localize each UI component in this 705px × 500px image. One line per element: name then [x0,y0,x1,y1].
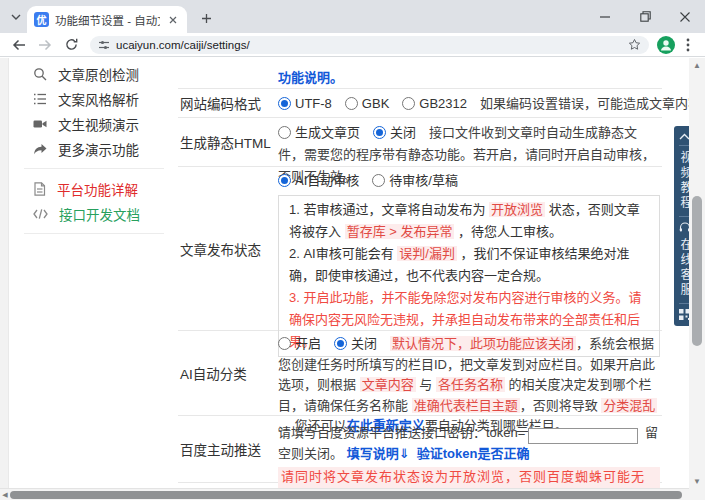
settings-row-baidu-push: 百度主动推送 请填写百度资源平台推送接口密钥：token= 留空则关闭。 填写说… [178,416,662,483]
encoding-note: 如果编码设置错误，可能造成文章内容 [480,93,701,114]
radio-gbk[interactable] [345,97,358,110]
back-button[interactable] [8,35,30,55]
publish-radio-group: AI自动审核待审核/草稿 [278,170,660,191]
refresh-icon [65,38,78,51]
minimize-icon [600,16,610,18]
refresh-button[interactable] [60,35,82,55]
classify-highlight: 默认情况下，此项功能应该关闭 [390,336,576,351]
notice-text: ，待您人工审核。 [454,224,562,239]
sidebar-item-label: 更多演示功能 [58,139,139,159]
classify-text: 与 [416,377,436,392]
forward-arrow-icon [38,39,52,51]
sidebar-divider [24,233,164,234]
settings-row-static-html: 生成静态HTML 生成文章页关闭接口文件收到文章时自动生成静态文件，需要您的程序… [178,118,662,167]
site-favicon-icon: 优 [34,12,49,27]
row-label: 百度主动推送 [178,416,278,482]
token-input[interactable] [528,428,638,444]
settings-row-publish-status: 文章发布状态 AI自动审核待审核/草稿 1. 若审核通过，文章将自动发布为 开放… [178,167,662,331]
settings-row-ai-classify: AI自动分类 开启关闭默认情况下，此项功能应该关闭，系统会根据您创建任务时所填写… [178,331,662,416]
classify-highlight: 文章内容 [360,377,416,392]
vertical-scroll-thumb[interactable] [692,196,702,346]
url-text[interactable]: ucaiyun.com/caiji/settings/ [116,39,622,51]
radio-static-off[interactable] [373,126,386,139]
verify-token-link[interactable]: 验证token是否正确 [417,446,530,461]
scroll-up-arrow[interactable]: ▲ [689,58,705,72]
row-label: 文章发布状态 [178,167,278,330]
fill-instructions-link[interactable]: 填写说明⇓ [347,446,410,461]
browser-titlebar: 优 功能细节设置 - 自动文章采集 [0,0,705,33]
sidebar-item-originality-check[interactable]: 文章原创检测 [10,61,178,86]
bookmark-star-icon[interactable] [628,38,641,51]
restore-icon [640,11,651,22]
page-left-margin [0,58,9,488]
sidebar-item-platform-features[interactable]: 平台功能详解 [10,176,178,201]
radio-utf8[interactable] [278,97,291,110]
notice-text: 2. AI审核可能会有 [289,246,397,261]
sidebar-item-text-to-video[interactable]: 文生视频演示 [10,111,178,136]
radio-draft[interactable] [372,174,385,187]
window-controls [585,0,705,33]
scrollbar-corner [689,488,705,500]
link-gap [410,446,417,461]
browser-menu-button[interactable] [679,36,697,54]
radio-classify-off[interactable] [334,337,347,350]
radio-generate-page[interactable] [278,126,291,139]
three-dots-icon [686,38,690,52]
document-icon [33,182,46,196]
horizontal-scrollbar[interactable]: ◀ ▶ [0,488,705,500]
row-label [178,58,278,88]
window-close-button[interactable] [665,0,705,33]
classify-highlight: 各任务名称 [436,377,505,392]
sidebar-item-label: 文案风格解析 [58,89,139,109]
close-icon [680,12,690,22]
row-label: 生成静态HTML [178,118,278,166]
settings-table: 功能说明。 网站编码格式 UTF-8GBKGB2312如果编码设置错误，可能造成… [178,58,662,483]
sidebar-divider [24,168,164,169]
window-restore-button[interactable] [625,0,665,33]
sidebar-item-label: 文生视频演示 [58,114,139,134]
radio-draft-label[interactable]: 待审核/草稿 [389,173,458,188]
browser-toolbar: ucaiyun.com/caiji/settings/ [0,33,705,57]
sidebar-item-api-docs[interactable]: 接口开发文档 [10,201,178,226]
browser-tab[interactable]: 优 功能细节设置 - 自动文章采集 [27,6,187,33]
radio-classify-off-label[interactable]: 关闭 [351,336,377,351]
video-camera-icon [33,117,47,131]
scroll-left-arrow[interactable]: ◀ [0,489,10,500]
settings-row-intro: 功能说明。 [178,58,662,89]
notice-text: 1. 若审核通过，文章将自动发布为 [289,202,489,217]
sidebar-item-label: 平台功能详解 [57,179,138,199]
horizontal-scroll-thumb[interactable] [10,491,682,499]
classify-text: ，否则将导致 [520,398,602,413]
radio-gbk-label[interactable]: GBK [362,93,389,114]
forward-button[interactable] [34,35,56,55]
sidebar-item-more-demos[interactable]: 更多演示功能 [10,136,178,161]
list-icon [33,92,47,106]
share-arrow-icon [33,142,47,156]
address-bar[interactable]: ucaiyun.com/caiji/settings/ [90,36,649,54]
notice-highlight: 误判/漏判 [397,246,457,261]
radio-gb2312[interactable] [402,97,415,110]
radio-ai-review-label[interactable]: AI自动审核 [295,173,359,188]
radio-static-off-label[interactable]: 关闭 [390,125,416,140]
plus-icon [201,13,212,24]
new-tab-button[interactable] [197,9,215,27]
back-arrow-icon [12,39,26,51]
search-icon [33,67,47,81]
radio-classify-on-label[interactable]: 开启 [295,336,321,351]
profile-avatar[interactable] [657,36,675,54]
radio-classify-on[interactable] [278,337,291,350]
vertical-scrollbar[interactable]: ▲ ▼ [689,58,705,488]
radio-utf8-label[interactable]: UTF-8 [295,93,332,114]
tab-close-icon[interactable] [166,13,180,27]
feature-description-link[interactable]: 功能说明。 [278,70,343,85]
radio-generate-page-label[interactable]: 生成文章页 [295,125,360,140]
site-settings-icon[interactable] [98,39,110,51]
radio-ai-review[interactable] [278,174,291,187]
tab-search-button[interactable] [7,8,25,26]
classify-highlight: 分类混乱 [601,398,657,413]
scroll-down-arrow[interactable]: ▼ [689,474,705,488]
sidebar-item-style-analysis[interactable]: 文案风格解析 [10,86,178,111]
window-minimize-button[interactable] [585,0,625,33]
radio-gb2312-label[interactable]: GB2312 [419,93,467,114]
sidebar: 文章原创检测 文案风格解析 文生视频演示 更多演示功能 平台功能详解 [10,61,178,241]
